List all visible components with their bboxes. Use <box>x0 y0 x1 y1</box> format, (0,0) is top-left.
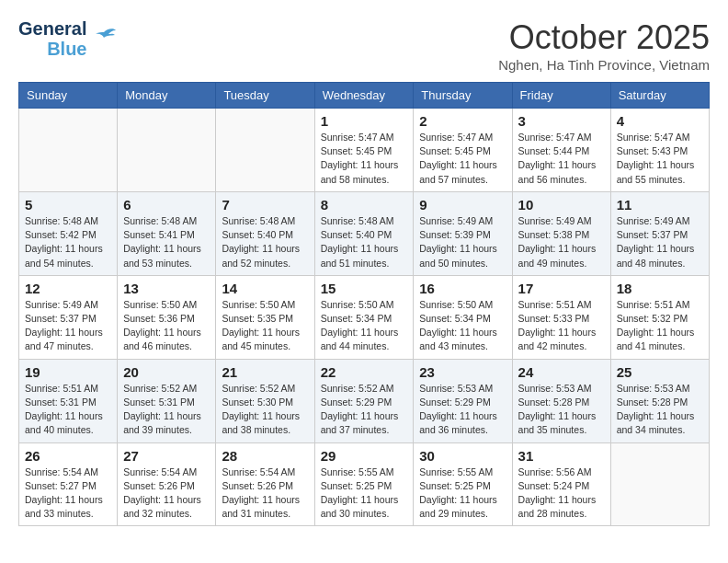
day-info: Sunrise: 5:48 AM Sunset: 5:42 PM Dayligh… <box>25 214 111 270</box>
calendar-cell: 28Sunrise: 5:54 AM Sunset: 5:26 PM Dayli… <box>216 442 314 526</box>
day-number: 24 <box>518 364 605 380</box>
day-number: 18 <box>617 281 703 296</box>
calendar-cell: 24Sunrise: 5:53 AM Sunset: 5:28 PM Dayli… <box>512 359 610 442</box>
day-number: 2 <box>419 113 506 129</box>
calendar-cell: 6Sunrise: 5:48 AM Sunset: 5:41 PM Daylig… <box>118 191 216 275</box>
calendar-week-row: 12Sunrise: 5:49 AM Sunset: 5:37 PM Dayli… <box>19 275 710 359</box>
calendar-header-row: SundayMondayTuesdayWednesdayThursdayFrid… <box>19 83 710 109</box>
calendar-cell: 17Sunrise: 5:51 AM Sunset: 5:33 PM Dayli… <box>512 275 610 359</box>
weekday-header-thursday: Thursday <box>414 83 512 109</box>
day-info: Sunrise: 5:53 AM Sunset: 5:28 PM Dayligh… <box>617 382 703 438</box>
calendar-cell <box>216 109 314 192</box>
calendar-cell: 18Sunrise: 5:51 AM Sunset: 5:32 PM Dayli… <box>610 275 709 359</box>
day-number: 14 <box>222 281 308 296</box>
day-info: Sunrise: 5:53 AM Sunset: 5:28 PM Dayligh… <box>518 382 605 438</box>
day-number: 7 <box>222 197 308 213</box>
day-info: Sunrise: 5:54 AM Sunset: 5:26 PM Dayligh… <box>222 465 308 522</box>
logo-general: General <box>18 18 86 39</box>
day-number: 6 <box>123 197 210 213</box>
day-info: Sunrise: 5:53 AM Sunset: 5:29 PM Dayligh… <box>419 382 506 438</box>
day-number: 8 <box>321 197 408 213</box>
day-number: 11 <box>617 197 703 213</box>
calendar-week-row: 1Sunrise: 5:47 AM Sunset: 5:45 PM Daylig… <box>19 109 710 192</box>
day-number: 30 <box>419 448 506 464</box>
calendar-cell: 7Sunrise: 5:48 AM Sunset: 5:40 PM Daylig… <box>216 191 314 275</box>
calendar-cell: 14Sunrise: 5:50 AM Sunset: 5:35 PM Dayli… <box>216 275 314 359</box>
calendar-week-row: 19Sunrise: 5:51 AM Sunset: 5:31 PM Dayli… <box>19 359 710 442</box>
logo-bird-icon <box>90 25 118 52</box>
day-info: Sunrise: 5:52 AM Sunset: 5:30 PM Dayligh… <box>222 382 308 438</box>
calendar-cell: 16Sunrise: 5:50 AM Sunset: 5:34 PM Dayli… <box>414 275 512 359</box>
day-number: 23 <box>419 364 506 380</box>
weekday-header-wednesday: Wednesday <box>314 83 414 109</box>
calendar-cell: 29Sunrise: 5:55 AM Sunset: 5:25 PM Dayli… <box>314 442 414 526</box>
day-number: 20 <box>123 364 210 380</box>
day-number: 13 <box>123 281 210 296</box>
day-info: Sunrise: 5:48 AM Sunset: 5:41 PM Dayligh… <box>123 214 210 270</box>
calendar-cell: 30Sunrise: 5:55 AM Sunset: 5:25 PM Dayli… <box>414 442 512 526</box>
day-number: 19 <box>25 364 111 380</box>
day-number: 1 <box>321 113 408 129</box>
day-info: Sunrise: 5:48 AM Sunset: 5:40 PM Dayligh… <box>222 214 308 270</box>
calendar-cell: 31Sunrise: 5:56 AM Sunset: 5:24 PM Dayli… <box>512 442 610 526</box>
day-number: 15 <box>321 281 408 296</box>
day-number: 5 <box>25 197 111 213</box>
day-info: Sunrise: 5:49 AM Sunset: 5:38 PM Dayligh… <box>518 214 605 270</box>
calendar-cell: 4Sunrise: 5:47 AM Sunset: 5:43 PM Daylig… <box>610 109 709 192</box>
calendar-week-row: 5Sunrise: 5:48 AM Sunset: 5:42 PM Daylig… <box>19 191 710 275</box>
month-title: October 2025 <box>498 18 710 57</box>
calendar-cell: 22Sunrise: 5:52 AM Sunset: 5:29 PM Dayli… <box>314 359 414 442</box>
day-info: Sunrise: 5:52 AM Sunset: 5:31 PM Dayligh… <box>123 382 210 438</box>
day-info: Sunrise: 5:47 AM Sunset: 5:43 PM Dayligh… <box>617 131 703 187</box>
day-info: Sunrise: 5:50 AM Sunset: 5:36 PM Dayligh… <box>123 298 210 354</box>
day-info: Sunrise: 5:55 AM Sunset: 5:25 PM Dayligh… <box>321 465 408 522</box>
calendar-cell: 3Sunrise: 5:47 AM Sunset: 5:44 PM Daylig… <box>512 109 610 192</box>
calendar-cell: 27Sunrise: 5:54 AM Sunset: 5:26 PM Dayli… <box>118 442 216 526</box>
calendar-cell: 26Sunrise: 5:54 AM Sunset: 5:27 PM Dayli… <box>19 442 118 526</box>
day-info: Sunrise: 5:47 AM Sunset: 5:45 PM Dayligh… <box>321 131 408 187</box>
title-section: October 2025 Nghen, Ha Tinh Province, Vi… <box>498 18 710 73</box>
calendar-cell: 2Sunrise: 5:47 AM Sunset: 5:45 PM Daylig… <box>414 109 512 192</box>
day-number: 26 <box>25 448 111 464</box>
calendar-cell: 21Sunrise: 5:52 AM Sunset: 5:30 PM Dayli… <box>216 359 314 442</box>
calendar-cell: 23Sunrise: 5:53 AM Sunset: 5:29 PM Dayli… <box>414 359 512 442</box>
weekday-header-sunday: Sunday <box>19 83 118 109</box>
weekday-header-friday: Friday <box>512 83 610 109</box>
day-info: Sunrise: 5:48 AM Sunset: 5:40 PM Dayligh… <box>321 214 408 270</box>
calendar-cell: 9Sunrise: 5:49 AM Sunset: 5:39 PM Daylig… <box>414 191 512 275</box>
location-subtitle: Nghen, Ha Tinh Province, Vietnam <box>498 57 710 73</box>
day-info: Sunrise: 5:51 AM Sunset: 5:33 PM Dayligh… <box>518 298 605 354</box>
day-info: Sunrise: 5:49 AM Sunset: 5:37 PM Dayligh… <box>25 298 111 354</box>
day-info: Sunrise: 5:50 AM Sunset: 5:35 PM Dayligh… <box>222 298 308 354</box>
day-number: 31 <box>518 448 605 464</box>
day-number: 4 <box>617 113 703 129</box>
calendar-cell <box>610 442 709 526</box>
day-info: Sunrise: 5:50 AM Sunset: 5:34 PM Dayligh… <box>419 298 506 354</box>
day-info: Sunrise: 5:56 AM Sunset: 5:24 PM Dayligh… <box>518 465 605 522</box>
calendar-cell: 15Sunrise: 5:50 AM Sunset: 5:34 PM Dayli… <box>314 275 414 359</box>
day-number: 25 <box>617 364 703 380</box>
day-info: Sunrise: 5:54 AM Sunset: 5:27 PM Dayligh… <box>25 465 111 522</box>
day-number: 27 <box>123 448 210 464</box>
day-info: Sunrise: 5:52 AM Sunset: 5:29 PM Dayligh… <box>321 382 408 438</box>
day-info: Sunrise: 5:47 AM Sunset: 5:45 PM Dayligh… <box>419 131 506 187</box>
calendar-cell: 20Sunrise: 5:52 AM Sunset: 5:31 PM Dayli… <box>118 359 216 442</box>
calendar-cell: 19Sunrise: 5:51 AM Sunset: 5:31 PM Dayli… <box>19 359 118 442</box>
calendar-cell: 5Sunrise: 5:48 AM Sunset: 5:42 PM Daylig… <box>19 191 118 275</box>
logo: General Blue <box>18 18 118 59</box>
weekday-header-monday: Monday <box>118 83 216 109</box>
calendar-cell <box>118 109 216 192</box>
day-number: 17 <box>518 281 605 296</box>
calendar-cell <box>19 109 118 192</box>
day-number: 28 <box>222 448 308 464</box>
calendar-cell: 1Sunrise: 5:47 AM Sunset: 5:45 PM Daylig… <box>314 109 414 192</box>
day-info: Sunrise: 5:50 AM Sunset: 5:34 PM Dayligh… <box>321 298 408 354</box>
page-header: General Blue October 2025 Nghen, Ha Tinh… <box>18 18 710 73</box>
calendar-cell: 8Sunrise: 5:48 AM Sunset: 5:40 PM Daylig… <box>314 191 414 275</box>
calendar-cell: 25Sunrise: 5:53 AM Sunset: 5:28 PM Dayli… <box>610 359 709 442</box>
day-number: 3 <box>518 113 605 129</box>
day-info: Sunrise: 5:54 AM Sunset: 5:26 PM Dayligh… <box>123 465 210 522</box>
day-number: 9 <box>419 197 506 213</box>
logo-blue: Blue <box>47 39 86 59</box>
day-number: 10 <box>518 197 605 213</box>
